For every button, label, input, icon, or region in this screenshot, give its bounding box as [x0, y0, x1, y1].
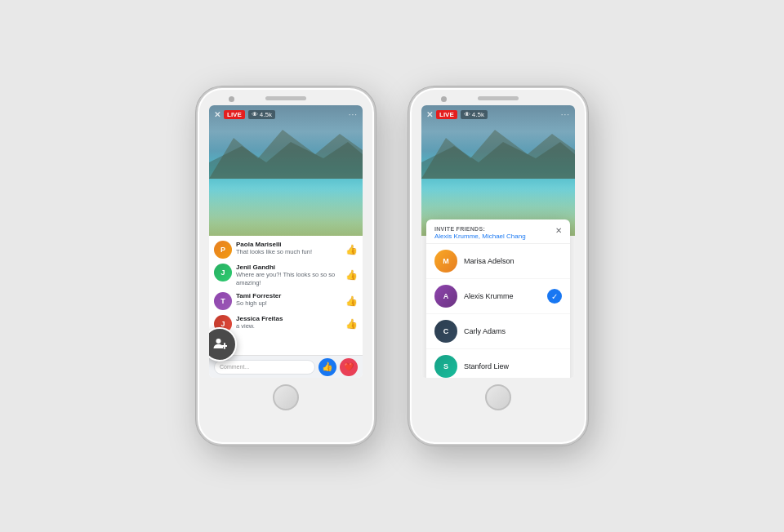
eye-icon-2: 👁	[464, 111, 470, 118]
phone-1-speaker	[265, 96, 306, 100]
close-icon-1[interactable]: ✕	[214, 110, 220, 119]
phone-1: ✕ LIVE 👁 4.5k ··· P Paola Mariselli	[196, 86, 376, 446]
invite-item-carly[interactable]: C Carly Adams	[426, 314, 570, 349]
live-badge-1: LIVE	[224, 110, 245, 119]
phone-1-home-button[interactable]	[273, 384, 299, 410]
comment-name-jessica: Jessica Freitas	[236, 315, 340, 322]
like-icon-tami[interactable]: 👍	[345, 295, 358, 307]
view-count-value-2: 4.5k	[472, 111, 484, 118]
invite-item-marisa[interactable]: M Marisa Adelson	[426, 244, 570, 279]
comment-name-paola: Paola Mariselli	[236, 241, 340, 248]
eye-icon-1: 👁	[252, 111, 258, 118]
avatar-carly: C	[434, 320, 457, 343]
check-icon-alexis: ✓	[547, 289, 562, 304]
like-icon-jessica[interactable]: 👍	[345, 318, 358, 330]
avatar-marisa: M	[434, 250, 457, 273]
dots-menu-2[interactable]: ···	[561, 110, 570, 119]
comment-bar: Comment... 👍 ❤️	[209, 355, 363, 378]
invite-item-alexis[interactable]: A Alexis Krumme ✓	[426, 279, 570, 314]
comment-input[interactable]: Comment...	[214, 360, 315, 375]
comment-body-paola: Paola Mariselli That looks like so much …	[236, 241, 340, 256]
mountain-svg-2	[421, 113, 575, 179]
comments-section: P Paola Mariselli That looks like so muc…	[209, 236, 363, 338]
comment-text-jessica: a view.	[236, 322, 340, 330]
svg-point-2	[216, 339, 221, 344]
invite-name-marisa: Marisa Adelson	[464, 257, 562, 265]
phone-1-camera	[229, 96, 234, 102]
invite-list: M Marisa Adelson A Alexis Krumme ✓	[426, 244, 570, 378]
like-button[interactable]: 👍	[318, 358, 336, 376]
invite-header-text: INVITE FRIENDS: Alexis Krumme, Michael C…	[434, 226, 526, 240]
phone-1-screen: ✕ LIVE 👁 4.5k ··· P Paola Mariselli	[209, 105, 363, 378]
phone-1-top	[198, 88, 374, 100]
react-button[interactable]: ❤️	[340, 358, 358, 376]
invite-item-stanford[interactable]: S Stanford Liew	[426, 349, 570, 378]
phone-2-camera	[441, 96, 447, 102]
comment-text-jenil: Where are you?! This looks so so so amaz…	[236, 271, 340, 287]
invite-name-carly: Carly Adams	[464, 327, 562, 335]
view-count-2: 👁 4.5k	[461, 110, 488, 119]
live-video-2: ✕ LIVE 👁 4.5k ···	[421, 105, 575, 236]
phone-2-home-button[interactable]	[485, 384, 511, 410]
comment-item: J Jessica Freitas a view. 👍	[214, 315, 358, 333]
phone-2: ✕ LIVE 👁 4.5k ··· INVITE FRIENDS: Alexis…	[408, 86, 588, 446]
comment-body-jenil: Jenil Gandhi Where are you?! This looks …	[236, 264, 340, 287]
avatar-tami: T	[214, 292, 232, 310]
comment-item: P Paola Mariselli That looks like so muc…	[214, 241, 358, 259]
add-friend-icon	[212, 336, 227, 353]
invite-name-stanford: Stanford Liew	[464, 362, 562, 370]
phone-2-speaker	[478, 96, 519, 100]
invite-overlay: INVITE FRIENDS: Alexis Krumme, Michael C…	[426, 219, 570, 378]
phones-container: ✕ LIVE 👁 4.5k ··· P Paola Mariselli	[196, 86, 588, 446]
live-badge-2: LIVE	[436, 110, 457, 119]
close-icon-2[interactable]: ✕	[426, 110, 433, 119]
live-video-1: ✕ LIVE 👁 4.5k ···	[209, 105, 363, 236]
comment-item: T Tami Forrester So high up! 👍	[214, 292, 358, 310]
like-icon-paola[interactable]: 👍	[345, 244, 358, 255]
phone-2-top	[410, 88, 586, 100]
invite-header: INVITE FRIENDS: Alexis Krumme, Michael C…	[426, 219, 570, 244]
invite-selected-names: Alexis Krumme, Michael Chang	[434, 233, 526, 240]
comment-name-tami: Tami Forrester	[236, 292, 340, 299]
view-count-value-1: 4.5k	[260, 111, 272, 118]
avatar-paola: P	[214, 241, 232, 259]
comment-item: J Jenil Gandhi Where are you?! This look…	[214, 264, 358, 287]
avatar-stanford: S	[434, 355, 457, 378]
invite-name-alexis: Alexis Krumme	[464, 292, 541, 300]
like-icon-jenil[interactable]: 👍	[345, 269, 358, 281]
view-count-1: 👁 4.5k	[248, 110, 275, 119]
avatar-jenil: J	[214, 264, 232, 282]
comment-body-jessica: Jessica Freitas a view.	[236, 315, 340, 330]
invite-label: INVITE FRIENDS:	[434, 226, 526, 232]
avatar-alexis: A	[434, 285, 457, 308]
phone-2-screen: ✕ LIVE 👁 4.5k ··· INVITE FRIENDS: Alexis…	[421, 105, 575, 378]
comment-text-tami: So high up!	[236, 299, 340, 308]
comment-text-paola: That looks like so much fun!	[236, 248, 340, 256]
live-badge-area-2: ✕ LIVE 👁 4.5k ···	[426, 110, 570, 119]
live-badge-area-1: ✕ LIVE 👁 4.5k ···	[214, 110, 358, 119]
invite-close-button[interactable]: ✕	[555, 226, 562, 235]
mountain-svg	[209, 113, 363, 179]
comment-placeholder: Comment...	[220, 364, 249, 370]
dots-menu-1[interactable]: ···	[349, 110, 358, 119]
comment-body-tami: Tami Forrester So high up!	[236, 292, 340, 308]
comment-name-jenil: Jenil Gandhi	[236, 264, 340, 271]
